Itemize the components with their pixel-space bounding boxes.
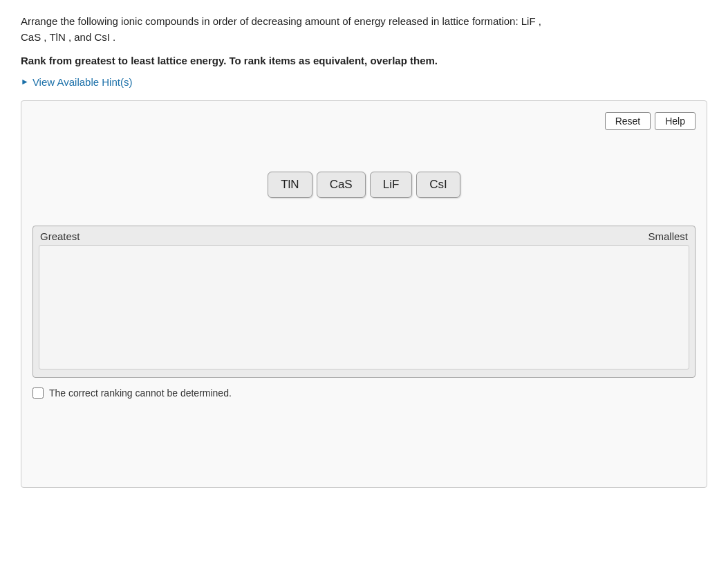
checkbox-row: The correct ranking cannot be determined… [32, 387, 696, 399]
compound-tile-CsI[interactable]: CsI [416, 172, 460, 198]
hint-label: View Available Hint(s) [32, 76, 133, 88]
question-text: Arrange the following ionic compounds in… [21, 14, 707, 45]
top-buttons: Reset Help [32, 112, 696, 130]
ranking-drop-zone[interactable] [39, 245, 689, 369]
reset-button[interactable]: Reset [605, 112, 651, 130]
interactive-area: Reset Help TlN CaS LiF CsI Greatest Smal… [21, 100, 707, 488]
ranking-container: Greatest Smallest [32, 226, 696, 378]
hint-arrow-icon: ► [21, 77, 29, 86]
compound-tile-TlN[interactable]: TlN [268, 172, 312, 198]
cannot-determine-checkbox[interactable] [32, 387, 44, 399]
smallest-label: Smallest [648, 230, 688, 242]
help-button[interactable]: Help [655, 112, 696, 130]
hint-link[interactable]: ► View Available Hint(s) [21, 76, 132, 88]
compounds-area: TlN CaS LiF CsI [32, 172, 696, 198]
compound-tile-LiF[interactable]: LiF [370, 172, 413, 198]
greatest-label: Greatest [40, 230, 80, 242]
instruction-text: Rank from greatest to least lattice ener… [21, 55, 707, 66]
compound-tile-CaS[interactable]: CaS [317, 172, 366, 198]
ranking-labels: Greatest Smallest [33, 226, 695, 242]
cannot-determine-label[interactable]: The correct ranking cannot be determined… [49, 387, 232, 399]
